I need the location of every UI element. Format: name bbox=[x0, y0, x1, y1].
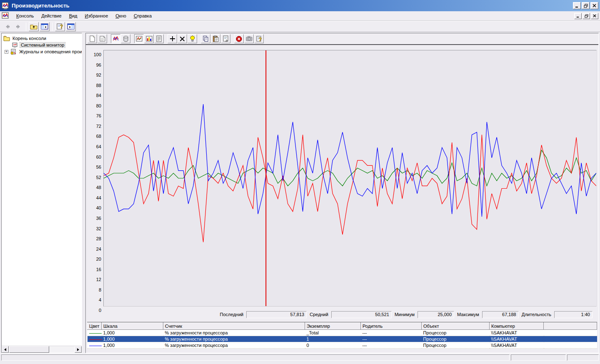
child-restore-button[interactable] bbox=[582, 13, 590, 19]
menu-избранное[interactable]: Избранное bbox=[81, 12, 112, 20]
scrollbar-thumb[interactable] bbox=[9, 346, 49, 353]
y-tick-label: 12 bbox=[96, 277, 101, 282]
y-tick-label: 28 bbox=[96, 236, 101, 241]
clear-display-icon[interactable] bbox=[98, 34, 107, 43]
legend-cell: --- bbox=[361, 342, 422, 349]
y-tick-label: 64 bbox=[96, 144, 101, 149]
legend-cell: 1,000 bbox=[102, 342, 163, 349]
child-minimize-button[interactable] bbox=[574, 13, 582, 19]
child-close-button[interactable] bbox=[591, 13, 598, 19]
counter-color-swatch bbox=[89, 339, 102, 340]
legend-column-header[interactable]: Компьютер bbox=[490, 323, 544, 330]
tree-item-label: Системный монитор bbox=[20, 42, 65, 47]
average-value: 50,521 bbox=[331, 311, 392, 318]
up-one-level-icon[interactable] bbox=[29, 22, 39, 31]
legend-column-header[interactable]: Шкала bbox=[102, 323, 163, 330]
menu-справка[interactable]: Справка bbox=[130, 12, 155, 20]
scroll-right-icon[interactable] bbox=[75, 346, 82, 353]
y-tick-label: 24 bbox=[96, 247, 101, 252]
status-panel-main bbox=[1, 354, 510, 361]
menu-вид[interactable]: Вид bbox=[65, 12, 81, 20]
freeze-display-icon[interactable] bbox=[234, 34, 244, 43]
view-graph-icon[interactable] bbox=[134, 34, 144, 43]
tree-item-logs-alerts[interactable]: + Журналы и оповещения производительност… bbox=[2, 48, 82, 55]
legend-column-header[interactable]: Цвет bbox=[88, 323, 102, 330]
y-tick-label: 60 bbox=[96, 155, 101, 160]
main-toolbar: ? bbox=[0, 21, 600, 32]
maximum-value: 67,188 bbox=[482, 311, 519, 318]
y-tick-label: 92 bbox=[96, 72, 101, 77]
y-tick-label: 76 bbox=[96, 113, 101, 118]
view-histogram-icon[interactable] bbox=[144, 34, 154, 43]
duration-label: Длительность bbox=[522, 312, 551, 317]
view-log-data-icon[interactable] bbox=[121, 34, 130, 43]
add-counters-icon[interactable] bbox=[168, 34, 177, 43]
legend-cell bbox=[544, 330, 597, 336]
toolbar-separator bbox=[52, 22, 52, 31]
copy-properties-icon[interactable] bbox=[201, 34, 210, 43]
y-axis-labels: 1009692888480767268646056524844403632282… bbox=[86, 50, 103, 309]
counter-row[interactable]: 1,000% загруженности процессора0---Проце… bbox=[88, 342, 597, 349]
close-button[interactable] bbox=[590, 2, 598, 9]
tree-expand-icon[interactable]: + bbox=[5, 50, 8, 54]
logs-alerts-icon bbox=[10, 48, 17, 55]
legend-column-header[interactable]: Родитель bbox=[361, 323, 422, 330]
menu-окно[interactable]: Окно bbox=[112, 12, 130, 20]
y-tick-label: 72 bbox=[96, 124, 101, 129]
duration-value: 1:40 bbox=[554, 311, 592, 318]
legend-cell: --- bbox=[361, 336, 422, 342]
scroll-left-icon[interactable] bbox=[2, 346, 9, 353]
series-line bbox=[104, 104, 596, 217]
minimize-button[interactable] bbox=[573, 2, 581, 9]
forward-icon[interactable] bbox=[13, 22, 23, 31]
new-window-icon[interactable] bbox=[66, 22, 76, 31]
menu-items: КонсольДействиеВидИзбранноеОкноСправка bbox=[12, 12, 155, 20]
y-tick-label: 0 bbox=[99, 308, 101, 313]
y-tick-label: 16 bbox=[96, 267, 101, 272]
show-hide-console-tree-icon[interactable] bbox=[40, 22, 50, 31]
menu-консоль[interactable]: Консоль bbox=[12, 12, 38, 20]
update-data-icon[interactable] bbox=[244, 34, 254, 43]
legend-column-header[interactable]: Экземпляр bbox=[305, 323, 361, 330]
legend-cell: 1 bbox=[305, 336, 361, 342]
help-topics-icon[interactable]: ? bbox=[55, 22, 65, 31]
y-tick-label: 32 bbox=[96, 226, 101, 231]
counter-row[interactable]: 1,000% загруженности процессора_Total---… bbox=[88, 330, 597, 336]
view-report-icon[interactable] bbox=[154, 34, 164, 43]
legend-column-header[interactable] bbox=[544, 323, 597, 330]
y-tick-label: 20 bbox=[96, 257, 101, 262]
title-bar: Производительность bbox=[0, 0, 600, 11]
legend-column-header[interactable]: Объект bbox=[422, 323, 490, 330]
help-icon[interactable]: ? bbox=[254, 34, 264, 43]
highlight-icon[interactable] bbox=[188, 34, 197, 43]
minimum-label: Минимум bbox=[395, 312, 415, 317]
delete-counter-icon[interactable] bbox=[178, 34, 187, 43]
series-line bbox=[104, 135, 596, 242]
menu-bar: КонсольДействиеВидИзбранноеОкноСправка bbox=[0, 11, 600, 21]
back-icon[interactable] bbox=[2, 22, 12, 31]
counter-row[interactable]: 1,000% загруженности процессора1---Проце… bbox=[88, 336, 597, 342]
view-current-activity-icon[interactable] bbox=[111, 34, 120, 43]
chart-lines bbox=[104, 50, 596, 306]
graph-area: 1009692888480767268646056524844403632282… bbox=[86, 45, 598, 309]
system-monitor-icon bbox=[12, 42, 18, 48]
paste-counter-list-icon[interactable] bbox=[211, 34, 220, 43]
tree-item-console-root[interactable]: Корень консоли bbox=[2, 35, 82, 42]
y-tick-label: 96 bbox=[96, 62, 101, 67]
console-window-icon[interactable] bbox=[2, 12, 9, 20]
legend-cell: Процессор bbox=[422, 342, 490, 349]
new-counter-set-icon[interactable] bbox=[88, 34, 97, 43]
legend-cell: 0 bbox=[305, 342, 361, 349]
pane-splitter[interactable] bbox=[82, 32, 85, 353]
menu-действие[interactable]: Действие bbox=[38, 12, 65, 20]
legend-column-header[interactable]: Счетчик bbox=[163, 323, 305, 330]
toolbar-separator bbox=[26, 22, 26, 31]
restore-button[interactable] bbox=[582, 2, 590, 9]
legend-cell: 1,000 bbox=[102, 336, 163, 342]
properties-icon[interactable] bbox=[221, 34, 230, 43]
maximum-label: Максимум bbox=[457, 312, 479, 317]
svg-text:?: ? bbox=[259, 37, 262, 42]
tree-item-system-monitor[interactable]: Системный монитор bbox=[2, 42, 82, 48]
tree-horizontal-scrollbar[interactable] bbox=[2, 346, 82, 353]
legend-cell: Процессор bbox=[422, 336, 490, 342]
